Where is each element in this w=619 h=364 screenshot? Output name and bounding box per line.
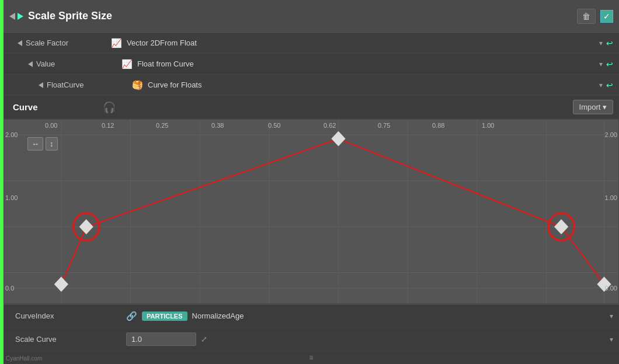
chart-icon: 📈 — [121, 59, 133, 69]
refresh-icon[interactable]: ↩ — [606, 80, 613, 90]
refresh-icon[interactable]: ↩ — [606, 38, 613, 48]
header-actions: 🗑 ✓ — [577, 9, 613, 24]
svg-rect-0 — [4, 120, 618, 303]
float-curve-row: FloatCurve 🥞 Curve for Floats ▾ ↩ — [4, 75, 619, 96]
collapse-tri-icon — [18, 40, 22, 46]
y-label-bot-left: 0.0 — [5, 285, 14, 292]
curve-index-dropdown-icon[interactable]: ▾ — [610, 312, 613, 320]
scale-curve-value-area: ⤢ ▾ — [126, 332, 613, 346]
value-value: 📈 Float from Curve ▾ ↩ — [121, 59, 613, 69]
fit-x-button[interactable]: ↔ — [27, 137, 43, 150]
header-arrows — [9, 13, 23, 20]
float-curve-value: 🥞 Curve for Floats ▾ ↩ — [132, 80, 613, 90]
x-label-3: 0.38 — [211, 122, 224, 129]
x-label-6: 0.75 — [378, 122, 390, 129]
y-label-bot-right: 0.00 — [605, 285, 617, 292]
x-label-4: 0.50 — [268, 122, 280, 129]
scale-factor-value: 📈 Vector 2DFrom Float ▾ ↩ — [111, 38, 613, 48]
y-label-mid-right: 1.00 — [605, 194, 617, 201]
curve-svg — [4, 120, 618, 303]
header-row: Scale Sprite Size 🗑 ✓ — [4, 0, 619, 33]
collapse-arrow-icon — [9, 13, 15, 20]
main-container: Scale Sprite Size 🗑 ✓ Scale Factor 📈 Vec… — [0, 0, 619, 364]
curve-label-area: Curve — [9, 102, 103, 112]
dropdown-arrow-icon[interactable]: ▾ — [599, 39, 603, 47]
value-actions: ▾ ↩ — [599, 60, 613, 69]
x-label-7: 0.88 — [432, 122, 444, 129]
curve-editor[interactable]: 0.00 0.12 0.25 0.38 0.50 0.62 0.75 0.88 … — [4, 119, 619, 304]
curve-index-label: CurveIndex — [9, 312, 126, 320]
y-label-top-right: 2.00 — [605, 131, 617, 138]
stack-icon: 🥞 — [132, 80, 143, 90]
enabled-checkbox[interactable]: ✓ — [600, 10, 613, 23]
curve-label: Curve — [13, 102, 38, 112]
float-curve-label: FloatCurve — [39, 80, 132, 89]
float-curve-actions: ▾ ↩ — [599, 80, 613, 90]
scale-factor-label: Scale Factor — [18, 38, 111, 47]
content-area: Scale Sprite Size 🗑 ✓ Scale Factor 📈 Vec… — [4, 0, 619, 364]
link-icon: 🔗 — [126, 311, 137, 321]
curve-index-value: 🔗 PARTICLES NormalizedAge ▾ — [126, 311, 613, 321]
refresh-icon[interactable]: ↩ — [606, 60, 613, 69]
scale-curve-input[interactable] — [126, 332, 196, 346]
particles-badge: PARTICLES — [142, 312, 187, 321]
y-label-top-left: 2.00 — [5, 131, 18, 138]
delete-button[interactable]: 🗑 — [577, 9, 596, 24]
dropdown-arrow-icon[interactable]: ▾ — [599, 81, 603, 89]
curve-index-row: CurveIndex 🔗 PARTICLES NormalizedAge ▾ — [4, 304, 619, 328]
chart-icon: 📈 — [111, 38, 122, 48]
x-label-2: 0.25 — [156, 122, 168, 129]
green-accent-bar — [0, 0, 4, 364]
expand-arrow-icon — [18, 13, 23, 20]
curve-row: Curve 🎧 Import ▾ — [4, 96, 619, 119]
value-row: Value 📈 Float from Curve ▾ ↩ — [4, 54, 619, 75]
fit-y-button[interactable]: ↕ — [46, 137, 58, 150]
x-label-8: 1.00 — [482, 122, 494, 129]
value-label: Value — [28, 60, 121, 68]
dropdown-arrow-icon[interactable]: ▾ — [599, 60, 603, 68]
collapse-tri-icon — [28, 61, 33, 67]
y-label-mid-left: 1.00 — [5, 194, 18, 201]
scroll-indicator: ≡ — [4, 351, 619, 364]
curve-headphone-icon: 🎧 — [103, 101, 116, 114]
scale-curve-row: Scale Curve ⤢ ▾ — [4, 328, 619, 351]
scale-factor-actions: ▾ ↩ — [599, 38, 613, 48]
import-button[interactable]: Import ▾ — [573, 100, 613, 114]
x-label-0: 0.00 — [45, 122, 57, 129]
collapse-tri-icon — [39, 82, 43, 88]
watermark: CyanHall.com — [6, 355, 42, 362]
expand-icon[interactable]: ⤢ — [201, 335, 207, 344]
bottom-props: CurveIndex 🔗 PARTICLES NormalizedAge ▾ S… — [4, 304, 619, 364]
scale-factor-row: Scale Factor 📈 Vector 2DFrom Float ▾ ↩ — [4, 33, 619, 54]
fit-buttons: ↔ ↕ — [27, 137, 58, 150]
curve-controls: 🎧 Import ▾ — [103, 100, 613, 114]
x-label-1: 0.12 — [102, 122, 114, 129]
x-label-5: 0.62 — [324, 122, 336, 129]
curve-index-text: NormalizedAge — [192, 312, 244, 320]
page-title: Scale Sprite Size — [28, 10, 577, 22]
curve-editor-inner: 0.00 0.12 0.25 0.38 0.50 0.62 0.75 0.88 … — [4, 120, 618, 303]
scale-curve-dropdown-icon[interactable]: ▾ — [610, 335, 613, 344]
scale-curve-label: Scale Curve — [9, 335, 126, 344]
